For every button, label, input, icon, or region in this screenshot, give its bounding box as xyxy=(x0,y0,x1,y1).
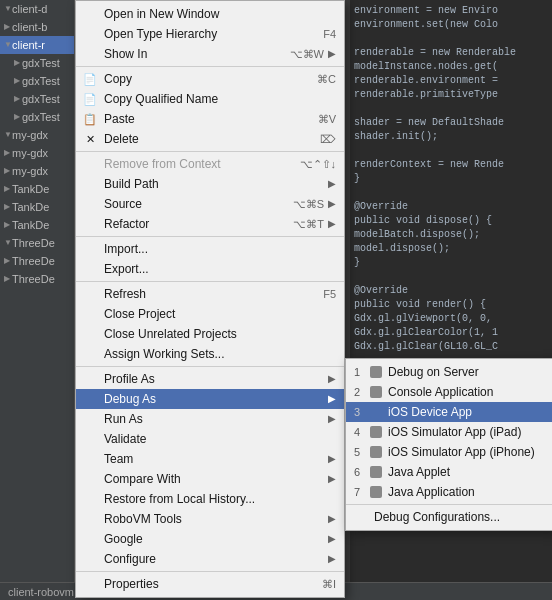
sidebar-item-12[interactable]: ▶TankDe xyxy=(0,216,74,234)
menu-item-google[interactable]: Google▶ xyxy=(76,529,344,549)
submenu-label-debug-server: Debug on Server xyxy=(388,362,479,382)
menu-item-profile-as[interactable]: Profile As▶ xyxy=(76,369,344,389)
submenu-arrow-icon: ▶ xyxy=(328,529,336,549)
code-line-12: } xyxy=(354,172,548,186)
submenu-arrow-icon: ▶ xyxy=(328,409,336,429)
menu-item-properties[interactable]: Properties⌘I xyxy=(76,574,344,594)
menu-item-build-path[interactable]: Build Path▶ xyxy=(76,174,344,194)
menu-item-copy-qualified[interactable]: 📄Copy Qualified Name xyxy=(76,89,344,109)
code-line-4: modelInstance.nodes.get( xyxy=(354,60,548,74)
sidebar-item-7[interactable]: ▼my-gdx xyxy=(0,126,74,144)
tree-expand-icon: ▶ xyxy=(4,252,12,270)
menu-label-import: Import... xyxy=(104,239,148,259)
sidebar-item-6[interactable]: ▶gdxTest xyxy=(0,108,74,126)
menu-item-assign-working-sets[interactable]: Assign Working Sets... xyxy=(76,344,344,364)
sidebar-item-14[interactable]: ▶ThreeDe xyxy=(0,252,74,270)
menu-item-show-in[interactable]: Show In⌥⌘W▶ xyxy=(76,44,344,64)
menu-item-delete[interactable]: ✕Delete⌦ xyxy=(76,129,344,149)
submenu-item-debug-configs[interactable]: Debug Configurations... xyxy=(346,507,552,527)
menu-separator xyxy=(76,236,344,237)
submenu-icon xyxy=(368,444,384,460)
menu-item-open-new-window[interactable]: Open in New Window xyxy=(76,4,344,24)
menu-label-profile-as: Profile As xyxy=(104,369,155,389)
tree-expand-icon: ▶ xyxy=(4,18,12,36)
sidebar-item-label: gdxTest xyxy=(22,54,60,72)
menu-item-run-as[interactable]: Run As▶ xyxy=(76,409,344,429)
sidebar-item-3[interactable]: ▶gdxTest xyxy=(0,54,74,72)
sidebar-item-13[interactable]: ▼ThreeDe xyxy=(0,234,74,252)
sidebar-item-label: gdxTest xyxy=(22,90,60,108)
submenu-item-ios-sim-ipad[interactable]: 4 iOS Simulator App (iPad) xyxy=(346,422,552,442)
svg-rect-0 xyxy=(370,366,382,378)
submenu-icon xyxy=(368,404,384,420)
sidebar-item-label: gdxTest xyxy=(22,108,60,126)
submenu-icon xyxy=(368,424,384,440)
sidebar-item-15[interactable]: ▶ThreeDe xyxy=(0,270,74,288)
sidebar-item-label: client-b xyxy=(12,18,47,36)
menu-item-refresh[interactable]: RefreshF5 xyxy=(76,284,344,304)
menu-item-team[interactable]: Team▶ xyxy=(76,449,344,469)
submenu-label-java-applet: Java Applet xyxy=(388,462,450,482)
tree-expand-icon: ▶ xyxy=(14,72,22,90)
menu-item-robovm-tools[interactable]: RoboVM Tools▶ xyxy=(76,509,344,529)
code-line-16: modelBatch.dispose(); xyxy=(354,228,548,242)
menu-shortcut-delete: ⌦ xyxy=(320,129,336,149)
menu-item-close-unrelated[interactable]: Close Unrelated Projects xyxy=(76,324,344,344)
menu-item-source[interactable]: Source⌥⌘S▶ xyxy=(76,194,344,214)
code-line-21: public void render() { xyxy=(354,298,548,312)
submenu-item-java-app[interactable]: 7 Java Application xyxy=(346,482,552,502)
tree-expand-icon: ▼ xyxy=(4,126,12,144)
menu-label-open-type-hierarchy: Open Type Hierarchy xyxy=(104,24,217,44)
menu-item-open-type-hierarchy[interactable]: Open Type HierarchyF4 xyxy=(76,24,344,44)
submenu-item-java-applet[interactable]: 6 Java Applet xyxy=(346,462,552,482)
menu-icon-copy-qualified: 📄 xyxy=(82,89,98,109)
sidebar-item-2[interactable]: ▼client-r xyxy=(0,36,74,54)
tree-expand-icon: ▶ xyxy=(4,162,12,180)
code-line-1: environment.set(new Colo xyxy=(354,18,548,32)
menu-shortcut-show-in: ⌥⌘W xyxy=(290,44,324,64)
menu-item-validate[interactable]: Validate xyxy=(76,429,344,449)
sidebar-item-1[interactable]: ▶client-b xyxy=(0,18,74,36)
menu-label-robovm-tools: RoboVM Tools xyxy=(104,509,182,529)
sidebar-item-label: my-gdx xyxy=(12,162,48,180)
menu-item-compare-with[interactable]: Compare With▶ xyxy=(76,469,344,489)
submenu-item-debug-server[interactable]: 1 Debug on Server xyxy=(346,362,552,382)
menu-item-configure[interactable]: Configure▶ xyxy=(76,549,344,569)
menu-item-import[interactable]: Import... xyxy=(76,239,344,259)
submenu-arrow-icon: ▶ xyxy=(328,469,336,489)
code-line-3: renderable = new Renderable xyxy=(354,46,548,60)
sidebar-item-4[interactable]: ▶gdxTest xyxy=(0,72,74,90)
sidebar-item-5[interactable]: ▶gdxTest xyxy=(0,90,74,108)
sidebar-item-label: TankDe xyxy=(12,180,49,198)
sidebar-item-0[interactable]: ▼client-d xyxy=(0,0,74,18)
submenu-icon xyxy=(368,464,384,480)
code-line-18: } xyxy=(354,256,548,270)
code-line-7 xyxy=(354,102,548,116)
code-line-8: shader = new DefaultShade xyxy=(354,116,548,130)
menu-label-delete: Delete xyxy=(104,129,139,149)
code-line-14: @Override xyxy=(354,200,548,214)
menu-item-export[interactable]: Export... xyxy=(76,259,344,279)
sidebar-item-9[interactable]: ▶my-gdx xyxy=(0,162,74,180)
menu-item-paste[interactable]: 📋Paste⌘V xyxy=(76,109,344,129)
menu-label-compare-with: Compare With xyxy=(104,469,181,489)
menu-item-restore-from-history[interactable]: Restore from Local History... xyxy=(76,489,344,509)
submenu-icon xyxy=(368,364,384,380)
menu-label-run-as: Run As xyxy=(104,409,143,429)
sidebar-item-11[interactable]: ▶TankDe xyxy=(0,198,74,216)
menu-label-close-project: Close Project xyxy=(104,304,175,324)
menu-label-copy-qualified: Copy Qualified Name xyxy=(104,89,218,109)
submenu-item-ios-device[interactable]: 3 iOS Device App xyxy=(346,402,552,422)
submenu-item-console-app[interactable]: 2 Console Application xyxy=(346,382,552,402)
submenu-item-ios-sim-iphone[interactable]: 5 iOS Simulator App (iPhone) xyxy=(346,442,552,462)
sidebar-item-8[interactable]: ▶my-gdx xyxy=(0,144,74,162)
menu-label-copy: Copy xyxy=(104,69,132,89)
submenu-arrow-icon: ▶ xyxy=(328,194,336,214)
menu-item-refactor[interactable]: Refactor⌥⌘T▶ xyxy=(76,214,344,234)
menu-separator xyxy=(76,281,344,282)
sidebar-item-10[interactable]: ▶TankDe xyxy=(0,180,74,198)
menu-item-copy[interactable]: 📄Copy⌘C xyxy=(76,69,344,89)
submenu-separator xyxy=(346,504,552,505)
menu-item-debug-as[interactable]: Debug As▶ xyxy=(76,389,344,409)
menu-item-close-project[interactable]: Close Project xyxy=(76,304,344,324)
